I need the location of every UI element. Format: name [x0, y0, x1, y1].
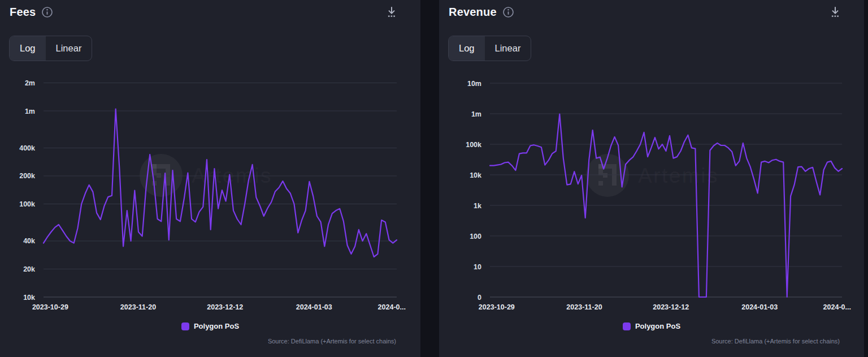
svg-text:2024-01-03: 2024-01-03: [741, 303, 778, 311]
download-button[interactable]: [829, 5, 841, 19]
svg-text:1k: 1k: [474, 202, 481, 210]
svg-text:2024-01-03: 2024-01-03: [296, 303, 332, 311]
svg-text:200k: 200k: [19, 172, 35, 180]
legend[interactable]: Polygon PoS: [0, 322, 420, 330]
svg-text:20k: 20k: [23, 265, 35, 273]
svg-text:10k: 10k: [23, 294, 35, 302]
scale-toggle: Log Linear: [448, 36, 531, 61]
svg-text:10k: 10k: [470, 171, 481, 179]
svg-text:40k: 40k: [23, 237, 35, 245]
page-title: Revenue: [449, 6, 497, 19]
linear-button[interactable]: Linear: [46, 36, 92, 61]
svg-text:0: 0: [478, 294, 481, 302]
fees-header: Fees: [10, 5, 398, 19]
log-button[interactable]: Log: [10, 36, 46, 61]
svg-text:2023-12-12: 2023-12-12: [207, 303, 243, 311]
svg-text:2023-10-29: 2023-10-29: [479, 303, 515, 311]
revenue-header: Revenue: [449, 5, 841, 19]
svg-text:2023-12-12: 2023-12-12: [653, 303, 689, 311]
svg-text:10m: 10m: [467, 80, 481, 88]
download-icon: [385, 5, 398, 19]
svg-text:100k: 100k: [466, 141, 481, 149]
svg-text:10: 10: [474, 263, 481, 271]
svg-text:100: 100: [470, 233, 481, 240]
info-icon[interactable]: [41, 6, 53, 18]
svg-text:400k: 400k: [19, 144, 35, 152]
svg-text:2023-11-20: 2023-11-20: [566, 303, 602, 311]
svg-text:100k: 100k: [19, 200, 35, 208]
log-button[interactable]: Log: [449, 36, 485, 61]
svg-text:1m: 1m: [471, 110, 481, 118]
page-title: Fees: [10, 6, 36, 19]
svg-text:2024-0...: 2024-0...: [823, 303, 851, 311]
download-button[interactable]: [385, 5, 398, 19]
source-attribution: Source: DefiLlama (+Artemis for select c…: [711, 338, 840, 345]
legend[interactable]: Polygon PoS: [439, 322, 864, 330]
legend-swatch: [623, 322, 631, 330]
legend-label: Polygon PoS: [194, 322, 239, 330]
legend-label: Polygon PoS: [635, 322, 680, 330]
linear-button[interactable]: Linear: [485, 36, 531, 61]
scale-toggle: Log Linear: [9, 36, 92, 61]
fees-panel: Fees Log Linear Artemis2m1m400k200k100k4…: [0, 0, 420, 357]
download-icon: [829, 5, 841, 19]
svg-text:Artemis: Artemis: [638, 164, 719, 187]
svg-text:2m: 2m: [25, 79, 35, 87]
svg-text:2023-10-29: 2023-10-29: [32, 303, 68, 311]
svg-text:2023-11-20: 2023-11-20: [120, 303, 156, 311]
svg-text:2024-0...: 2024-0...: [378, 303, 406, 311]
source-attribution: Source: DefiLlama (+Artemis for select c…: [268, 338, 396, 345]
revenue-panel: Revenue Log Linear Artemis10m1m100k10k1k…: [439, 0, 864, 357]
info-icon[interactable]: [502, 6, 514, 18]
legend-swatch: [181, 322, 189, 330]
svg-text:1m: 1m: [25, 107, 35, 115]
